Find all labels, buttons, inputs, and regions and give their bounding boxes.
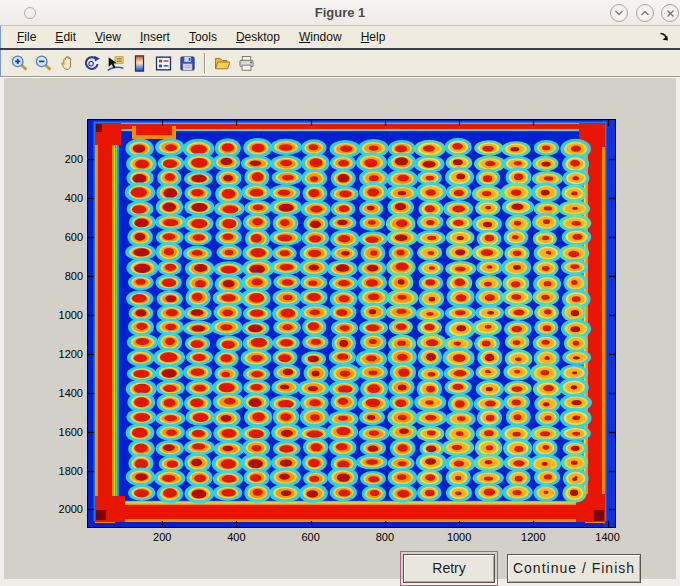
- zoom-in-button[interactable]: [7, 52, 31, 74]
- x-tick-label: 1000: [437, 531, 481, 544]
- x-tick-label: 1200: [511, 531, 555, 544]
- print-figure-button[interactable]: [234, 52, 258, 74]
- menu-help[interactable]: Help: [355, 28, 392, 46]
- x-tick-label: 200: [140, 531, 184, 544]
- data-cursor-icon: [106, 54, 125, 73]
- save-figure-button[interactable]: [175, 52, 199, 74]
- x-tick-label: 1400: [586, 531, 630, 544]
- axes-frame: [87, 119, 616, 528]
- insert-colorbar-button[interactable]: [127, 52, 151, 74]
- menu-view[interactable]: View: [89, 28, 127, 46]
- chevron-up-icon: [640, 9, 650, 17]
- x-tick-label: 400: [214, 531, 258, 544]
- menu-file[interactable]: File: [11, 28, 42, 46]
- y-tick-label: 400: [39, 192, 83, 205]
- y-tick-label: 1800: [39, 465, 83, 478]
- legend-icon: [154, 54, 173, 73]
- rotate-3d-icon: [82, 54, 101, 73]
- shade-button[interactable]: [610, 4, 628, 22]
- y-tick-label: 1000: [39, 309, 83, 322]
- rotate-3d-button[interactable]: [79, 52, 103, 74]
- colorbar-icon: [130, 54, 149, 73]
- chevron-down-icon: [614, 9, 624, 17]
- zoom-out-icon: [34, 54, 53, 73]
- menu-tools[interactable]: Tools: [183, 28, 223, 46]
- pan-button[interactable]: [55, 52, 79, 74]
- menu-desktop[interactable]: Desktop: [230, 28, 286, 46]
- printer-icon: [237, 54, 256, 73]
- y-tick-label: 200: [39, 153, 83, 166]
- close-icon: [666, 9, 675, 18]
- window-title: Figure 1: [0, 5, 680, 20]
- x-tick-label: 800: [363, 531, 407, 544]
- toolbar-separator: [204, 53, 205, 73]
- menu-edit[interactable]: Edit: [49, 28, 82, 46]
- y-tick-label: 800: [39, 270, 83, 283]
- insert-legend-button[interactable]: [151, 52, 175, 74]
- y-tick-label: 1200: [39, 348, 83, 361]
- y-tick-label: 2000: [39, 503, 83, 516]
- dock-figure-icon[interactable]: [656, 29, 672, 45]
- maximize-button[interactable]: [636, 4, 654, 22]
- open-folder-icon: [213, 54, 232, 73]
- microarray-plate-image[interactable]: [88, 120, 615, 527]
- menu-insert[interactable]: Insert: [134, 28, 176, 46]
- y-tick-label: 1600: [39, 426, 83, 439]
- open-file-button[interactable]: [210, 52, 234, 74]
- close-button[interactable]: [661, 4, 679, 22]
- retry-button[interactable]: Retry: [403, 554, 495, 583]
- figure-toolbar: [0, 50, 680, 76]
- title-bar: Figure 1: [0, 0, 680, 26]
- x-tick-label: 600: [289, 531, 333, 544]
- pan-hand-icon: [58, 54, 77, 73]
- continue-finish-button[interactable]: Continue / Finish: [507, 554, 641, 583]
- y-tick-label: 1400: [39, 387, 83, 400]
- data-cursor-button[interactable]: [103, 52, 127, 74]
- menu-window[interactable]: Window: [293, 28, 348, 46]
- save-icon: [178, 54, 197, 73]
- y-tick-label: 600: [39, 231, 83, 244]
- zoom-in-icon: [10, 54, 29, 73]
- menu-bar: File Edit View Insert Tools Desktop Wind…: [0, 26, 680, 48]
- zoom-out-button[interactable]: [31, 52, 55, 74]
